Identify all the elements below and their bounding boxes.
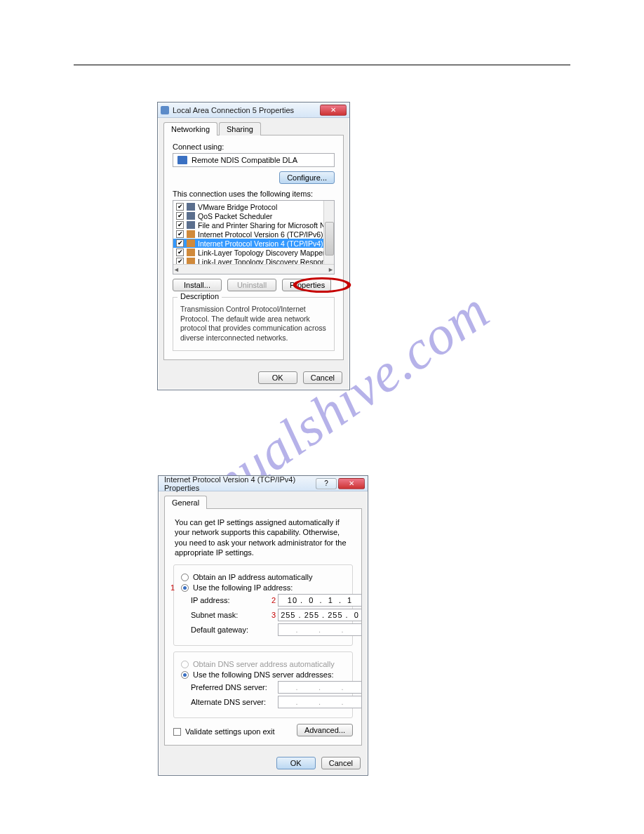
configure-button[interactable]: Configure... (279, 171, 335, 184)
radio-use-ip[interactable]: 1 Use the following IP address: (181, 583, 345, 592)
scroll-thumb[interactable] (325, 222, 334, 256)
network-icon (161, 106, 169, 114)
checkbox-icon[interactable]: ✔ (176, 212, 184, 220)
ip-address-label: IP address: (181, 596, 269, 604)
titlebar[interactable]: Local Area Connection 5 Properties ✕ (158, 102, 349, 118)
list-item[interactable]: ✔VMware Bridge Protocol (173, 202, 334, 211)
subnet-label: Subnet mask: (181, 611, 269, 619)
list-item[interactable]: ✔QoS Packet Scheduler (173, 211, 334, 220)
marker-2: 2 (269, 596, 278, 604)
protocol-icon (187, 221, 195, 229)
radio-auto-dns: Obtain DNS server address automatically (181, 660, 345, 668)
tabs: Networking Sharing (163, 122, 349, 135)
list-item[interactable]: ✔Link-Layer Topology Discovery Mapper I/… (173, 248, 334, 257)
tabs: General (164, 496, 368, 509)
description-group: Description Transmission Control Protoco… (173, 297, 335, 351)
alternate-dns-input[interactable] (278, 696, 362, 708)
radio-use-dns[interactable]: Use the following DNS server addresses: (181, 670, 345, 679)
marker-3: 3 (269, 611, 278, 619)
radio-auto-ip[interactable]: Obtain an IP address automatically (181, 573, 345, 581)
description-text: Transmission Control Protocol/Internet P… (180, 305, 327, 343)
preferred-dns-input[interactable] (278, 681, 362, 694)
gateway-input[interactable] (278, 623, 362, 636)
action-button-row: Install... Uninstall Properties (173, 279, 335, 291)
cancel-button[interactable]: Cancel (303, 371, 342, 384)
dns-group: Obtain DNS server address automatically … (173, 651, 353, 718)
validate-checkbox-row[interactable]: Validate settings upon exit (173, 727, 275, 736)
instructions-text: You can get IP settings assigned automat… (173, 516, 353, 564)
description-title: Description (177, 292, 222, 300)
connect-using-label: Connect using: (173, 143, 335, 151)
validate-advanced-row: Validate settings upon exit Advanced... (173, 724, 353, 736)
dialog-footer: OK Cancel (159, 751, 368, 775)
adapter-icon (177, 156, 187, 164)
list-item-selected[interactable]: ✔Internet Protocol Version 4 (TCP/IPv4) (173, 239, 334, 248)
checkbox-icon[interactable]: ✔ (176, 239, 184, 247)
radio-icon[interactable] (181, 671, 189, 679)
preferred-dns-row: Preferred DNS server: (181, 681, 345, 694)
items-list[interactable]: ✔VMware Bridge Protocol ✔QoS Packet Sche… (173, 200, 335, 274)
alternate-dns-label: Alternate DNS server: (181, 698, 269, 706)
protocol-icon (187, 212, 195, 220)
alternate-dns-row: Alternate DNS server: (181, 696, 345, 708)
adapter-name: Remote NDIS Compatible DLA (192, 156, 297, 164)
list-item[interactable]: ✔Internet Protocol Version 6 (TCP/IPv6) (173, 230, 334, 239)
checkbox-icon[interactable]: ✔ (176, 221, 184, 229)
advanced-button[interactable]: Advanced... (297, 724, 353, 736)
tab-networking[interactable]: Networking (163, 122, 217, 135)
vertical-scrollbar[interactable] (323, 201, 334, 264)
lan-properties-dialog: Local Area Connection 5 Properties ✕ Net… (157, 102, 350, 390)
titlebar[interactable]: Internet Protocol Version 4 (TCP/IPv4) P… (159, 476, 368, 491)
protocol-icon (187, 203, 195, 211)
ok-button[interactable]: OK (276, 757, 316, 769)
ok-button[interactable]: OK (258, 371, 297, 384)
page-rule (74, 65, 570, 65)
gateway-row: Default gateway: (181, 623, 345, 636)
dialog-footer: OK Cancel (158, 366, 349, 390)
close-icon[interactable]: ✕ (338, 478, 365, 489)
cancel-button[interactable]: Cancel (321, 757, 361, 769)
tab-sharing[interactable]: Sharing (219, 122, 261, 135)
items-label: This connection uses the following items… (173, 190, 335, 198)
tab-general[interactable]: General (164, 496, 207, 509)
window-title: Local Area Connection 5 Properties (173, 106, 320, 114)
ip-group: Obtain an IP address automatically 1 Use… (173, 564, 353, 646)
subnet-input[interactable] (278, 609, 362, 621)
checkbox-icon[interactable]: ✔ (176, 203, 184, 211)
close-icon[interactable]: ✕ (320, 105, 347, 116)
radio-icon[interactable] (181, 584, 189, 592)
gateway-label: Default gateway: (181, 626, 269, 634)
general-panel: You can get IP settings assigned automat… (164, 508, 362, 746)
protocol-icon (187, 230, 195, 238)
marker-1: 1 (168, 583, 177, 592)
install-button[interactable]: Install... (173, 279, 222, 291)
checkbox-icon[interactable]: ✔ (176, 249, 184, 256)
window-title: Internet Protocol Version 4 (TCP/IPv4) P… (161, 475, 316, 492)
networking-panel: Connect using: Remote NDIS Compatible DL… (163, 135, 344, 360)
checkbox-icon[interactable]: ✔ (176, 230, 184, 238)
adapter-field[interactable]: Remote NDIS Compatible DLA (173, 153, 335, 167)
preferred-dns-label: Preferred DNS server: (181, 683, 269, 691)
protocol-icon (187, 249, 195, 256)
protocol-icon (187, 239, 195, 247)
help-icon[interactable]: ? (316, 478, 337, 489)
horizontal-scrollbar[interactable]: ◄► (173, 264, 334, 274)
list-item[interactable]: ✔File and Printer Sharing for Microsoft … (173, 220, 334, 230)
uninstall-button: Uninstall (227, 279, 276, 291)
radio-icon (181, 661, 189, 668)
ip-address-row: IP address: 2 (181, 594, 345, 607)
properties-button[interactable]: Properties (282, 279, 331, 291)
ipv4-properties-dialog: Internet Protocol Version 4 (TCP/IPv4) P… (158, 475, 368, 776)
subnet-row: Subnet mask: 3 (181, 609, 345, 621)
radio-icon[interactable] (181, 574, 189, 581)
checkbox-icon[interactable] (173, 728, 181, 736)
ip-address-input[interactable] (278, 594, 362, 607)
